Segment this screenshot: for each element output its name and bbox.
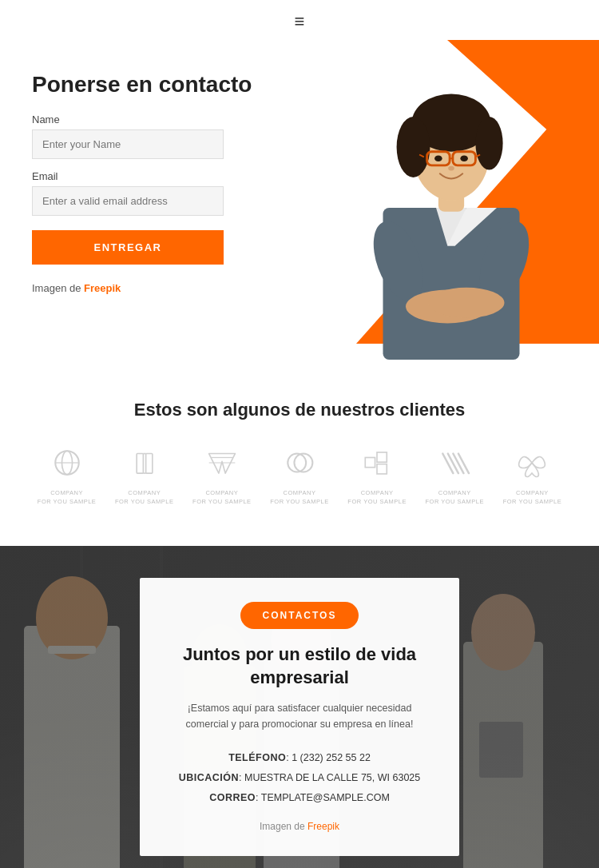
- email-label: CORREO: [209, 792, 256, 803]
- contact-heading: Juntos por un estilo de vida empresarial: [168, 643, 431, 689]
- svg-point-12: [397, 117, 430, 177]
- svg-line-37: [443, 454, 454, 474]
- contact-section: CONTACTOS Juntos por un estilo de vida e…: [0, 546, 599, 868]
- svg-rect-36: [377, 464, 387, 474]
- svg-point-19: [434, 155, 442, 161]
- client-logo-4: COMPANYFOR YOU SAMPLE: [270, 448, 329, 506]
- svg-line-39: [454, 454, 464, 474]
- address-value: MUESTRA DE LA CALLE 75, WI 63025: [244, 772, 420, 783]
- contact-card: CONTACTOS Juntos por un estilo de vida e…: [140, 578, 459, 856]
- hero-title: Ponerse en contacto: [32, 72, 272, 98]
- contact-info: TELÉFONO: 1 (232) 252 55 22 UBICACIÓN: M…: [168, 748, 431, 808]
- client-2-label: COMPANYFOR YOU SAMPLE: [115, 489, 174, 506]
- clients-title: Estos son algunos de nuestros clientes: [32, 400, 567, 420]
- address-line: UBICACIÓN: MUESTRA DE LA CALLE 75, WI 63…: [168, 768, 431, 788]
- clients-logos-grid: COMPANYFOR YOU SAMPLE COMPANYFOR YOU SAM…: [32, 448, 567, 506]
- submit-button[interactable]: ENTREGAR: [32, 230, 224, 265]
- svg-point-13: [475, 117, 502, 170]
- email-label: Email: [32, 170, 272, 182]
- address-label: UBICACIÓN: [179, 772, 239, 783]
- client-7-label: COMPANYFOR YOU SAMPLE: [503, 489, 562, 506]
- woman-illustration: [307, 56, 595, 360]
- freepik-link[interactable]: Freepik: [84, 282, 121, 294]
- svg-point-8: [429, 288, 505, 318]
- phone-line: TELÉFONO: 1 (232) 252 55 22: [168, 748, 431, 768]
- phone-label: TELÉFONO: [228, 752, 286, 763]
- client-3-label: COMPANYFOR YOU SAMPLE: [192, 489, 252, 506]
- svg-point-20: [460, 155, 468, 161]
- contacts-button[interactable]: CONTACTOS: [240, 602, 359, 629]
- hero-form: Ponerse en contacto Name Email ENTREGAR …: [32, 64, 272, 328]
- svg-rect-25: [137, 454, 143, 474]
- svg-marker-29: [208, 454, 235, 474]
- client-4-label: COMPANYFOR YOU SAMPLE: [270, 489, 329, 506]
- contact-description: ¡Estamos aquí para satisfacer cualquier …: [168, 700, 431, 732]
- client-logo-5: COMPANYFOR YOU SAMPLE: [347, 448, 407, 506]
- client-logo-6: COMPANYFOR YOU SAMPLE: [426, 448, 485, 506]
- client-logo-1: COMPANYFOR YOU SAMPLE: [38, 448, 97, 506]
- hero-section: Ponerse en contacto Name Email ENTREGAR …: [0, 40, 599, 360]
- email-value: TEMPLATE@SAMPLE.COM: [261, 792, 390, 803]
- svg-rect-34: [365, 457, 375, 467]
- client-logo-7: COMPANYFOR YOU SAMPLE: [503, 448, 562, 506]
- svg-rect-35: [377, 452, 387, 462]
- email-input[interactable]: [32, 186, 224, 216]
- client-6-label: COMPANYFOR YOU SAMPLE: [426, 489, 485, 506]
- name-label: Name: [32, 113, 272, 125]
- client-1-label: COMPANYFOR YOU SAMPLE: [38, 489, 97, 506]
- phone-value: 1 (232) 252 55 22: [292, 752, 371, 763]
- contact-credit: Imagen de Freepik: [168, 821, 431, 832]
- svg-point-21: [448, 166, 454, 171]
- freepik-link-2[interactable]: Freepik: [307, 821, 339, 832]
- clients-section: Estos son algunos de nuestros clientes C…: [0, 360, 599, 546]
- svg-line-40: [458, 454, 469, 474]
- hamburger-icon[interactable]: ≡: [295, 11, 305, 32]
- client-5-label: COMPANYFOR YOU SAMPLE: [347, 489, 407, 506]
- header: ≡: [0, 0, 599, 40]
- client-logo-3: COMPANYFOR YOU SAMPLE: [192, 448, 252, 506]
- client-logo-2: COMPANYFOR YOU SAMPLE: [115, 448, 174, 506]
- hero-image: [264, 40, 599, 360]
- name-input[interactable]: [32, 129, 224, 159]
- svg-rect-26: [145, 454, 152, 474]
- email-line: CORREO: TEMPLATE@SAMPLE.COM: [168, 788, 431, 808]
- hero-credit: Imagen de Freepik: [32, 282, 272, 294]
- svg-line-38: [448, 454, 458, 474]
